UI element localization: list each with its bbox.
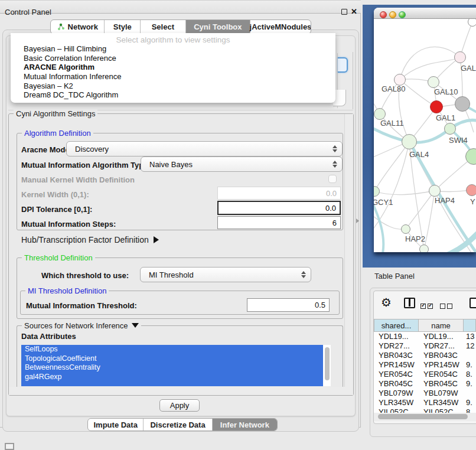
mi-threshold-label: Mutual Information Threshold: xyxy=(26,301,137,310)
dpi-tolerance-field[interactable]: 0.0 xyxy=(217,201,341,215)
table-row[interactable]: YIL052CYIL052C8. xyxy=(374,407,476,413)
dpi-tolerance-label: DPI Tolerance [0,1]: xyxy=(21,205,92,214)
node-label: GAL xyxy=(461,64,476,73)
column-split-icon[interactable] xyxy=(404,298,415,308)
tab-discretize-data[interactable]: Discretize Data xyxy=(144,419,212,431)
list-item[interactable]: gal4RGexp xyxy=(21,373,323,382)
network-node[interactable] xyxy=(419,244,429,252)
close-icon[interactable]: ✕ xyxy=(351,7,357,16)
table-row[interactable]: YPR145WYPR145W9. xyxy=(374,360,476,370)
apply-button-label: Apply xyxy=(170,401,190,410)
table-row[interactable]: YDL19...YDL19...13 xyxy=(374,332,476,341)
tab-style[interactable]: Style xyxy=(105,20,141,34)
deselect-all-checkboxes-icon[interactable] xyxy=(440,301,454,311)
split-pane-handle-icon[interactable] xyxy=(356,219,359,223)
settings-horizontal-scrollbar[interactable] xyxy=(9,387,353,395)
combo-stepper-icon xyxy=(331,161,342,168)
combo-stepper-icon xyxy=(331,145,342,152)
network-node[interactable] xyxy=(401,224,410,234)
network-node[interactable] xyxy=(402,134,417,149)
network-node-selected[interactable] xyxy=(430,100,443,113)
gear-icon[interactable]: ⚙ xyxy=(381,295,392,309)
sources-title-text: Sources for Network Inference xyxy=(24,321,128,330)
tab-impute-data-label: Impute Data xyxy=(94,420,138,429)
column-header-shared-name[interactable]: shared... xyxy=(374,319,419,332)
network-node[interactable] xyxy=(455,96,470,112)
network-node[interactable] xyxy=(394,74,406,86)
mi-threshold-value: 0.5 xyxy=(315,301,325,309)
network-node[interactable] xyxy=(454,51,466,63)
data-attributes-list[interactable]: SelfLoops TopologicalCoefficient Between… xyxy=(21,345,331,386)
tab-cyni-toolbox[interactable]: Cyni Toolbox xyxy=(186,20,250,34)
node-label: Y xyxy=(470,197,475,206)
mi-algorithm-type-combo[interactable]: Naive Bayes xyxy=(141,156,343,172)
mi-algorithm-type-value: Naive Bayes xyxy=(141,160,331,169)
collapsed-panel-icon[interactable] xyxy=(5,443,14,450)
data-attributes-label: Data Attributes xyxy=(21,332,76,341)
tab-jactivemnodules[interactable]: jActiveMNodules xyxy=(250,20,311,34)
tab-network[interactable]: Network xyxy=(51,20,105,34)
sources-title[interactable]: Sources for Network Inference xyxy=(22,321,141,330)
select-all-checkboxes-icon[interactable] xyxy=(420,301,435,311)
which-threshold-combo[interactable]: MI Threshold xyxy=(140,267,311,282)
menu-item-aracne[interactable]: ARACNE Algorithm xyxy=(11,63,335,72)
menu-item-bayesian-hill-climbing[interactable]: Bayesian – Hill Climbing xyxy=(11,44,335,54)
table-row[interactable]: YBR045CYBR045C9. xyxy=(374,379,476,389)
table-horizontal-scrollbar-thumb[interactable] xyxy=(378,414,468,419)
tab-infer-network[interactable]: Infer Network xyxy=(213,419,277,431)
network-node[interactable] xyxy=(468,19,476,27)
mi-algorithm-type-label: Mutual Information Algorithm Type: xyxy=(21,161,151,169)
aracne-mode-combo[interactable]: Discovery xyxy=(66,141,343,156)
combo-stepper-icon xyxy=(300,271,311,278)
hub-definition-toggle[interactable]: Hub/Transcription Factor Definition xyxy=(21,235,159,244)
network-node[interactable] xyxy=(466,184,476,196)
mi-threshold-field[interactable]: 0.5 xyxy=(247,298,330,312)
tab-impute-data[interactable]: Impute Data xyxy=(88,419,144,431)
list-scrollbar-thumb[interactable] xyxy=(325,347,330,380)
network-node[interactable] xyxy=(444,123,456,135)
tab-jactivemnodules-label: jActiveMNodules xyxy=(250,22,311,31)
table-row[interactable]: YBR043CYBR043C xyxy=(374,351,476,360)
network-node[interactable] xyxy=(428,76,439,88)
table-row[interactable]: YLR345WYLR345W9. xyxy=(374,398,476,407)
float-window-icon[interactable] xyxy=(341,9,347,15)
function-builder-icon[interactable] xyxy=(470,298,476,308)
table-body[interactable]: YDL19...YDL19...13 YDR27...YDR27...12 YB… xyxy=(374,332,476,413)
node-label: GAL10 xyxy=(434,87,458,96)
node-label: GAL80 xyxy=(382,84,405,93)
column-header-name[interactable]: name xyxy=(419,319,464,332)
kernel-width-label: Kernel Width (0,1): xyxy=(21,190,89,199)
network-node[interactable] xyxy=(429,185,441,197)
list-item-partial[interactable] xyxy=(21,382,323,386)
tab-select-label: Select xyxy=(152,22,174,31)
menu-item-bayesian-k2[interactable]: Bayesian – K2 xyxy=(11,81,335,91)
network-window-titlebar[interactable] xyxy=(374,8,476,19)
list-item[interactable]: TopologicalCoefficient xyxy=(21,354,323,364)
zoom-traffic-light-icon[interactable] xyxy=(399,11,406,18)
minimize-traffic-light-icon[interactable] xyxy=(389,11,396,18)
kernel-width-value: 0.0 xyxy=(326,189,337,198)
node-label: GCY1 xyxy=(374,198,393,207)
menu-item-dream8[interactable]: Dream8 DC_TDC Algorithm xyxy=(11,90,335,100)
menu-item-mutual-information[interactable]: Mutual Information Inference xyxy=(11,72,335,81)
list-item[interactable]: SelfLoops xyxy=(21,345,323,354)
close-traffic-light-icon[interactable] xyxy=(380,11,387,18)
table-row[interactable]: YBL079WYBL079W xyxy=(374,389,476,398)
table-row[interactable]: YDR27...YDR27...12 xyxy=(374,341,476,351)
settings-vertical-scrollbar[interactable] xyxy=(344,114,353,387)
list-item[interactable]: BetweennessCentrality xyxy=(21,363,323,373)
table-horizontal-scrollbar[interactable] xyxy=(374,413,476,421)
column-header-partial[interactable] xyxy=(464,319,476,332)
threshold-definition-title: Threshold Definition xyxy=(22,253,95,262)
algorithm-dropdown-popup: Select algorithm to view settings Bayesi… xyxy=(11,33,335,103)
list-scrollbar[interactable] xyxy=(324,346,330,385)
tab-select[interactable]: Select xyxy=(141,20,186,34)
table-row[interactable]: YER054CYER054C8. xyxy=(374,370,476,379)
mi-steps-field[interactable]: 6 xyxy=(217,216,341,229)
network-node[interactable] xyxy=(374,108,386,120)
control-panel-titlebar[interactable]: Control Panel ✕ xyxy=(0,0,361,14)
menu-item-basic-correlation[interactable]: Basic Correlation Inference xyxy=(11,54,335,63)
apply-button[interactable]: Apply xyxy=(159,399,200,412)
manual-kernel-width-checkbox[interactable] xyxy=(328,175,337,183)
network-canvas[interactable]: GAL GAL80 GAL10 GAL1 GAL11 SWI4 GAL4 HAP… xyxy=(374,19,476,252)
